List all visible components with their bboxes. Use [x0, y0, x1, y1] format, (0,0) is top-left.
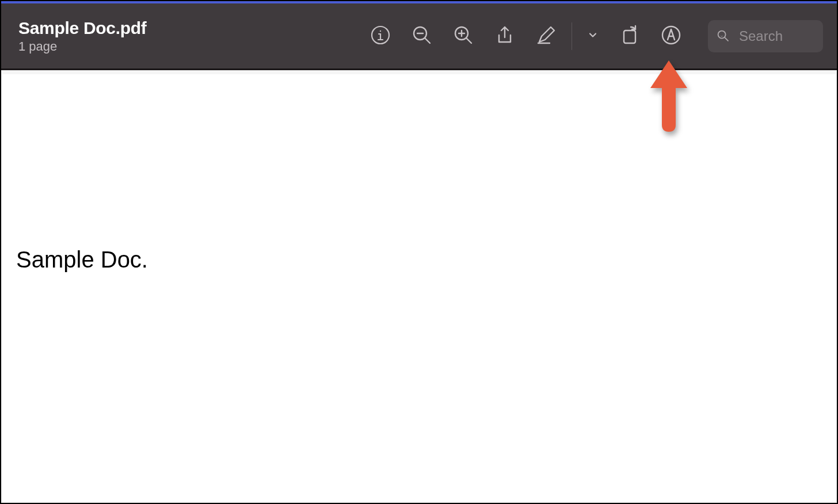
markup-button[interactable] — [658, 24, 684, 49]
info-icon — [370, 25, 391, 48]
search-icon — [716, 27, 734, 45]
toolbar: Sample Doc.pdf 1 page — [1, 1, 837, 70]
svg-point-1 — [380, 30, 381, 31]
toolbar-actions — [368, 20, 823, 52]
highlight-dropdown[interactable] — [585, 24, 601, 49]
toolbar-divider — [572, 22, 572, 50]
page-count: 1 page — [18, 39, 147, 54]
document-title: Sample Doc.pdf — [18, 18, 147, 38]
rotate-button[interactable] — [617, 24, 642, 49]
zoom-in-icon — [453, 25, 474, 48]
title-area: Sample Doc.pdf 1 page — [18, 18, 147, 54]
zoom-out-button[interactable] — [409, 24, 435, 49]
document-viewport: Sample Doc. — [2, 74, 836, 502]
highlight-button[interactable] — [534, 24, 559, 49]
highlight-icon — [536, 25, 557, 48]
markup-icon — [661, 25, 681, 48]
search-field[interactable] — [708, 20, 823, 52]
rotate-icon — [619, 25, 640, 48]
zoom-in-button[interactable] — [451, 24, 476, 49]
info-button[interactable] — [368, 24, 393, 49]
chevron-down-icon — [587, 29, 599, 43]
share-button[interactable] — [492, 24, 517, 49]
svg-rect-4 — [624, 30, 635, 43]
share-icon — [494, 25, 515, 48]
document-body-text: Sample Doc. — [16, 247, 148, 273]
search-input[interactable] — [739, 28, 802, 44]
zoom-out-icon — [412, 25, 432, 48]
